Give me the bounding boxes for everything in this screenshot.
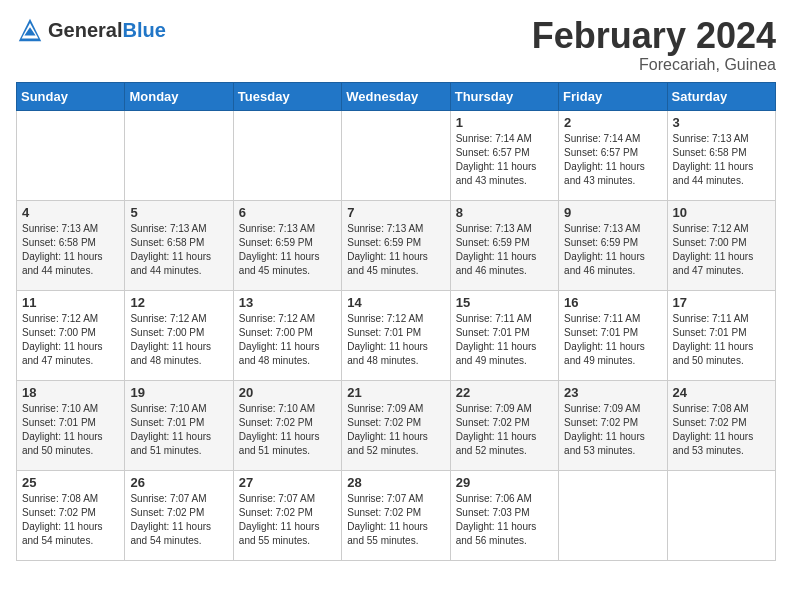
calendar-cell: 13Sunrise: 7:12 AM Sunset: 7:00 PM Dayli… <box>233 290 341 380</box>
day-info: Sunrise: 7:13 AM Sunset: 6:59 PM Dayligh… <box>456 222 553 278</box>
calendar-cell: 22Sunrise: 7:09 AM Sunset: 7:02 PM Dayli… <box>450 380 558 470</box>
calendar-cell <box>125 110 233 200</box>
calendar-cell: 1Sunrise: 7:14 AM Sunset: 6:57 PM Daylig… <box>450 110 558 200</box>
calendar-cell: 27Sunrise: 7:07 AM Sunset: 7:02 PM Dayli… <box>233 470 341 560</box>
day-info: Sunrise: 7:14 AM Sunset: 6:57 PM Dayligh… <box>564 132 661 188</box>
day-number: 3 <box>673 115 770 130</box>
header-cell-friday: Friday <box>559 82 667 110</box>
header-cell-wednesday: Wednesday <box>342 82 450 110</box>
title-area: February 2024 Forecariah, Guinea <box>532 16 776 74</box>
day-number: 28 <box>347 475 444 490</box>
day-number: 24 <box>673 385 770 400</box>
calendar-cell: 3Sunrise: 7:13 AM Sunset: 6:58 PM Daylig… <box>667 110 775 200</box>
day-info: Sunrise: 7:07 AM Sunset: 7:02 PM Dayligh… <box>130 492 227 548</box>
day-info: Sunrise: 7:12 AM Sunset: 7:00 PM Dayligh… <box>239 312 336 368</box>
day-number: 4 <box>22 205 119 220</box>
day-number: 27 <box>239 475 336 490</box>
calendar-title: February 2024 <box>532 16 776 56</box>
day-info: Sunrise: 7:09 AM Sunset: 7:02 PM Dayligh… <box>347 402 444 458</box>
day-number: 18 <box>22 385 119 400</box>
day-number: 6 <box>239 205 336 220</box>
day-info: Sunrise: 7:11 AM Sunset: 7:01 PM Dayligh… <box>456 312 553 368</box>
calendar-cell: 10Sunrise: 7:12 AM Sunset: 7:00 PM Dayli… <box>667 200 775 290</box>
calendar-cell <box>559 470 667 560</box>
day-info: Sunrise: 7:12 AM Sunset: 7:00 PM Dayligh… <box>22 312 119 368</box>
calendar-cell: 29Sunrise: 7:06 AM Sunset: 7:03 PM Dayli… <box>450 470 558 560</box>
day-number: 21 <box>347 385 444 400</box>
week-row-0: 1Sunrise: 7:14 AM Sunset: 6:57 PM Daylig… <box>17 110 776 200</box>
day-info: Sunrise: 7:07 AM Sunset: 7:02 PM Dayligh… <box>347 492 444 548</box>
calendar-cell <box>667 470 775 560</box>
calendar-cell <box>17 110 125 200</box>
calendar-cell: 16Sunrise: 7:11 AM Sunset: 7:01 PM Dayli… <box>559 290 667 380</box>
calendar-cell: 8Sunrise: 7:13 AM Sunset: 6:59 PM Daylig… <box>450 200 558 290</box>
logo-text-general: General <box>48 19 122 41</box>
calendar-table: SundayMondayTuesdayWednesdayThursdayFrid… <box>16 82 776 561</box>
logo-text-blue: Blue <box>122 19 165 41</box>
calendar-cell: 20Sunrise: 7:10 AM Sunset: 7:02 PM Dayli… <box>233 380 341 470</box>
day-info: Sunrise: 7:09 AM Sunset: 7:02 PM Dayligh… <box>456 402 553 458</box>
calendar-cell: 28Sunrise: 7:07 AM Sunset: 7:02 PM Dayli… <box>342 470 450 560</box>
week-row-4: 25Sunrise: 7:08 AM Sunset: 7:02 PM Dayli… <box>17 470 776 560</box>
day-number: 15 <box>456 295 553 310</box>
day-number: 12 <box>130 295 227 310</box>
week-row-2: 11Sunrise: 7:12 AM Sunset: 7:00 PM Dayli… <box>17 290 776 380</box>
calendar-cell: 5Sunrise: 7:13 AM Sunset: 6:58 PM Daylig… <box>125 200 233 290</box>
calendar-cell: 21Sunrise: 7:09 AM Sunset: 7:02 PM Dayli… <box>342 380 450 470</box>
calendar-cell: 26Sunrise: 7:07 AM Sunset: 7:02 PM Dayli… <box>125 470 233 560</box>
day-info: Sunrise: 7:06 AM Sunset: 7:03 PM Dayligh… <box>456 492 553 548</box>
calendar-cell: 15Sunrise: 7:11 AM Sunset: 7:01 PM Dayli… <box>450 290 558 380</box>
day-info: Sunrise: 7:08 AM Sunset: 7:02 PM Dayligh… <box>673 402 770 458</box>
calendar-cell: 12Sunrise: 7:12 AM Sunset: 7:00 PM Dayli… <box>125 290 233 380</box>
day-number: 25 <box>22 475 119 490</box>
calendar-cell: 9Sunrise: 7:13 AM Sunset: 6:59 PM Daylig… <box>559 200 667 290</box>
day-info: Sunrise: 7:10 AM Sunset: 7:02 PM Dayligh… <box>239 402 336 458</box>
week-row-1: 4Sunrise: 7:13 AM Sunset: 6:58 PM Daylig… <box>17 200 776 290</box>
calendar-cell: 4Sunrise: 7:13 AM Sunset: 6:58 PM Daylig… <box>17 200 125 290</box>
day-number: 16 <box>564 295 661 310</box>
day-info: Sunrise: 7:11 AM Sunset: 7:01 PM Dayligh… <box>564 312 661 368</box>
day-info: Sunrise: 7:13 AM Sunset: 6:59 PM Dayligh… <box>239 222 336 278</box>
header-cell-sunday: Sunday <box>17 82 125 110</box>
day-number: 7 <box>347 205 444 220</box>
calendar-cell <box>342 110 450 200</box>
day-info: Sunrise: 7:14 AM Sunset: 6:57 PM Dayligh… <box>456 132 553 188</box>
header-cell-thursday: Thursday <box>450 82 558 110</box>
day-number: 20 <box>239 385 336 400</box>
day-number: 19 <box>130 385 227 400</box>
day-info: Sunrise: 7:12 AM Sunset: 7:00 PM Dayligh… <box>130 312 227 368</box>
calendar-header: SundayMondayTuesdayWednesdayThursdayFrid… <box>17 82 776 110</box>
calendar-cell: 2Sunrise: 7:14 AM Sunset: 6:57 PM Daylig… <box>559 110 667 200</box>
calendar-subtitle: Forecariah, Guinea <box>532 56 776 74</box>
calendar-cell: 25Sunrise: 7:08 AM Sunset: 7:02 PM Dayli… <box>17 470 125 560</box>
day-info: Sunrise: 7:13 AM Sunset: 6:58 PM Dayligh… <box>673 132 770 188</box>
header-row: SundayMondayTuesdayWednesdayThursdayFrid… <box>17 82 776 110</box>
calendar-cell: 6Sunrise: 7:13 AM Sunset: 6:59 PM Daylig… <box>233 200 341 290</box>
header-cell-saturday: Saturday <box>667 82 775 110</box>
day-number: 26 <box>130 475 227 490</box>
day-number: 13 <box>239 295 336 310</box>
day-info: Sunrise: 7:10 AM Sunset: 7:01 PM Dayligh… <box>22 402 119 458</box>
calendar-cell: 7Sunrise: 7:13 AM Sunset: 6:59 PM Daylig… <box>342 200 450 290</box>
logo-icon <box>16 16 44 44</box>
day-info: Sunrise: 7:13 AM Sunset: 6:59 PM Dayligh… <box>564 222 661 278</box>
calendar-cell <box>233 110 341 200</box>
day-number: 5 <box>130 205 227 220</box>
day-number: 23 <box>564 385 661 400</box>
day-number: 29 <box>456 475 553 490</box>
calendar-body: 1Sunrise: 7:14 AM Sunset: 6:57 PM Daylig… <box>17 110 776 560</box>
day-number: 10 <box>673 205 770 220</box>
calendar-cell: 24Sunrise: 7:08 AM Sunset: 7:02 PM Dayli… <box>667 380 775 470</box>
day-info: Sunrise: 7:12 AM Sunset: 7:00 PM Dayligh… <box>673 222 770 278</box>
day-number: 2 <box>564 115 661 130</box>
day-number: 1 <box>456 115 553 130</box>
day-info: Sunrise: 7:11 AM Sunset: 7:01 PM Dayligh… <box>673 312 770 368</box>
calendar-cell: 19Sunrise: 7:10 AM Sunset: 7:01 PM Dayli… <box>125 380 233 470</box>
day-number: 17 <box>673 295 770 310</box>
calendar-cell: 17Sunrise: 7:11 AM Sunset: 7:01 PM Dayli… <box>667 290 775 380</box>
header: GeneralBlue February 2024 Forecariah, Gu… <box>16 16 776 74</box>
day-number: 11 <box>22 295 119 310</box>
logo: GeneralBlue <box>16 16 166 44</box>
day-info: Sunrise: 7:13 AM Sunset: 6:58 PM Dayligh… <box>130 222 227 278</box>
day-info: Sunrise: 7:10 AM Sunset: 7:01 PM Dayligh… <box>130 402 227 458</box>
